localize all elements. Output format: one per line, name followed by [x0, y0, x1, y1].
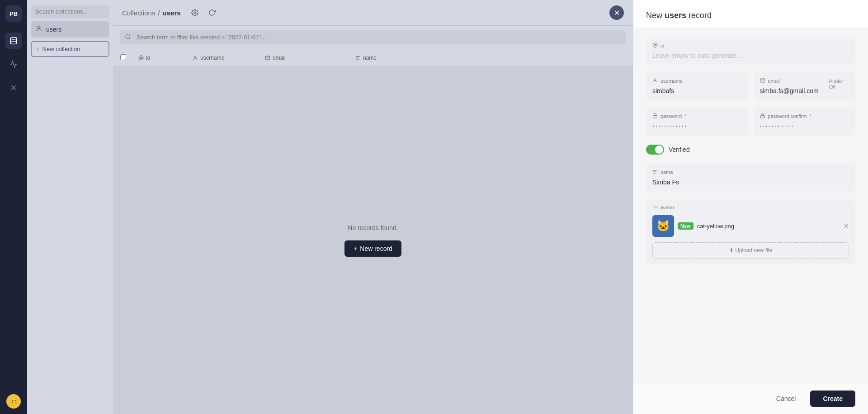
- breadcrumb: Collections / users: [122, 9, 181, 17]
- svg-point-7: [140, 57, 142, 59]
- user-collection-icon: [35, 25, 42, 34]
- password-value: ············: [652, 122, 742, 130]
- svg-point-13: [654, 44, 656, 46]
- field-password-confirm-label: Password confirm *: [760, 113, 849, 119]
- search-bar-row: [113, 26, 633, 49]
- svg-point-0: [10, 38, 17, 40]
- lock-confirm-icon: [760, 113, 765, 119]
- key-icon: [652, 42, 658, 49]
- field-name-input[interactable]: [652, 179, 849, 186]
- sidebar-icon-database[interactable]: [5, 33, 22, 49]
- search-collections-input[interactable]: [31, 5, 109, 18]
- drawer-title-entity: users: [665, 11, 686, 20]
- field-id-placeholder: Leave empty to auto generate...: [652, 52, 742, 59]
- col-header-email-label: email: [273, 55, 286, 61]
- col-header-name-label: name: [363, 55, 377, 61]
- create-button[interactable]: Create: [810, 390, 855, 407]
- field-username-input[interactable]: [652, 87, 742, 94]
- collection-item-users-label: users: [46, 26, 61, 33]
- drawer-footer: Cancel Create: [633, 383, 868, 414]
- password-confirm-required: *: [810, 113, 811, 119]
- svg-line-6: [129, 38, 131, 39]
- drawer-body: id Leave empty to auto generate... Usern…: [633, 28, 868, 383]
- field-password-label: Password *: [652, 113, 742, 119]
- breadcrumb-current: users: [163, 9, 181, 17]
- svg-point-3: [38, 26, 40, 28]
- new-record-label: New record: [360, 245, 392, 252]
- svg-point-22: [654, 206, 655, 207]
- sidebar-icon-close[interactable]: [5, 80, 22, 96]
- main-area: Collections / users ✕ id: [113, 0, 633, 414]
- settings-icon-button[interactable]: [188, 6, 202, 19]
- avatar-thumbnail: 🐱: [652, 215, 674, 237]
- password-required: *: [684, 113, 686, 119]
- breadcrumb-root[interactable]: Collections: [122, 9, 155, 17]
- verified-row: Verified: [646, 143, 855, 156]
- upload-label: Upload new file: [735, 247, 772, 254]
- field-username-label: Username: [652, 78, 742, 84]
- image-icon: [652, 204, 658, 211]
- field-email: Email Public: Off: [754, 72, 856, 100]
- field-email-input[interactable]: [760, 87, 829, 94]
- file-name: cat-yellow.png: [697, 223, 840, 230]
- verified-toggle[interactable]: [646, 145, 664, 155]
- verified-label: Verified: [669, 146, 690, 153]
- column-header-username: username: [189, 55, 261, 61]
- file-new-badge: New: [678, 222, 693, 230]
- upload-icon: ⬆: [729, 247, 734, 254]
- field-avatar-label: avatar: [652, 204, 849, 211]
- svg-rect-17: [760, 116, 764, 118]
- file-remove-button[interactable]: ✕: [844, 222, 849, 230]
- field-email-label: Email: [760, 78, 829, 84]
- collection-item-users[interactable]: users: [31, 21, 109, 38]
- plus-icon: +: [36, 46, 40, 52]
- username-email-row: Username Email Public: Off: [646, 72, 855, 100]
- close-button[interactable]: ✕: [609, 5, 624, 20]
- new-collection-label: New collection: [42, 46, 80, 52]
- plus-icon-new-record: +: [354, 245, 357, 252]
- field-password-confirm: Password confirm * ············: [754, 108, 856, 136]
- user-avatar[interactable]: 😊: [6, 394, 21, 409]
- email-field-wrapper: Email Public: Off: [760, 78, 849, 95]
- field-id-label: id: [652, 42, 849, 49]
- logo: PB: [5, 5, 22, 22]
- upload-area[interactable]: ⬆ Upload new file: [652, 242, 849, 259]
- records-search-input[interactable]: [120, 30, 626, 44]
- svg-point-4: [194, 12, 196, 14]
- refresh-icon-button[interactable]: [205, 6, 219, 19]
- text-icon: [652, 169, 658, 175]
- drawer-header: New users record: [633, 0, 868, 28]
- drawer-title-prefix: New: [646, 11, 662, 20]
- field-name-label: name: [652, 169, 849, 175]
- lock-icon: [652, 113, 658, 119]
- drawer-title-suffix: record: [689, 11, 712, 20]
- col-header-id-label: id: [146, 55, 150, 61]
- field-username: Username: [646, 72, 748, 100]
- left-sidebar: PB 😊: [0, 0, 27, 414]
- avatar-file-row: 🐱 New cat-yellow.png ✕: [652, 213, 849, 239]
- table-header: id username email name: [113, 49, 633, 67]
- sidebar-icon-chart[interactable]: [5, 56, 22, 72]
- field-id: id Leave empty to auto generate...: [646, 37, 855, 65]
- right-panel: New users record id Leave empty to auto …: [633, 0, 868, 414]
- column-header-id: id: [135, 55, 189, 61]
- user-icon: [652, 78, 658, 84]
- no-records-area: No records found. + New record: [113, 67, 633, 414]
- col-header-username-label: username: [200, 55, 224, 61]
- column-header-name: name: [352, 55, 406, 61]
- search-icon: [125, 33, 131, 41]
- svg-point-5: [126, 34, 130, 38]
- no-records-text: No records found.: [348, 224, 398, 231]
- password-confirm-value: ············: [760, 122, 849, 130]
- cancel-button[interactable]: Cancel: [767, 390, 805, 407]
- collections-panel: users + New collection: [27, 0, 113, 414]
- new-collection-button[interactable]: + New collection: [31, 41, 109, 57]
- email-icon: [760, 78, 765, 84]
- breadcrumb-sep: /: [158, 9, 160, 17]
- select-all-checkbox[interactable]: [120, 54, 126, 60]
- public-off-badge: Public: Off: [829, 79, 849, 89]
- header-icons: [188, 6, 219, 19]
- column-header-email: email: [261, 55, 352, 61]
- new-record-button[interactable]: + New record: [344, 240, 401, 257]
- svg-point-14: [654, 79, 656, 80]
